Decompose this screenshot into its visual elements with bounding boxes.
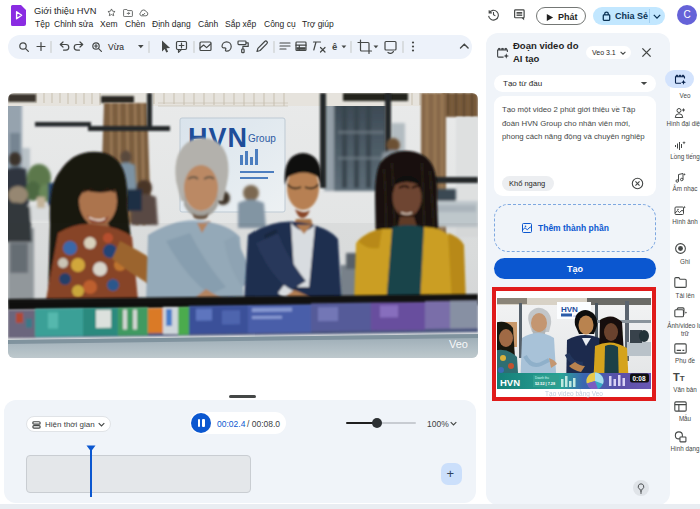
svg-text:Veo: Veo xyxy=(449,338,468,350)
svg-text:Doanh thu: Doanh thu xyxy=(535,376,549,380)
svg-text:ê: ê xyxy=(332,41,337,52)
svg-text:0:08: 0:08 xyxy=(633,375,646,382)
svg-text:Vừa: Vừa xyxy=(108,42,124,52)
svg-text:HVN: HVN xyxy=(500,377,520,388)
svg-text:52.52 | 7.28: 52.52 | 7.28 xyxy=(535,382,555,386)
